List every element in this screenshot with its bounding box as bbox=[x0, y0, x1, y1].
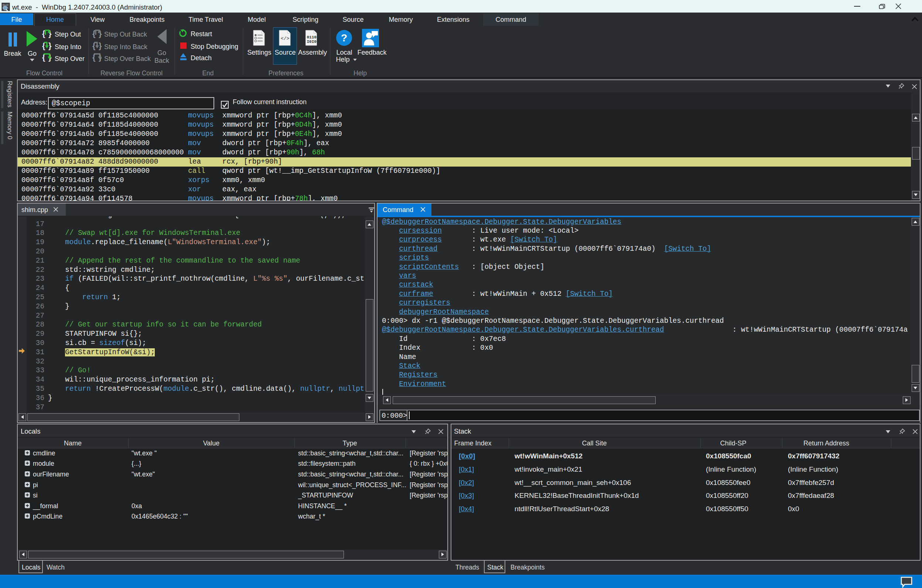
svg-text:}: } bbox=[48, 41, 52, 50]
svg-text:I0I0I: I0I0I bbox=[307, 39, 318, 44]
svg-text:}: } bbox=[99, 41, 102, 50]
svg-text:</>: </> bbox=[281, 36, 289, 41]
svg-text:0110I: 0110I bbox=[307, 35, 318, 39]
